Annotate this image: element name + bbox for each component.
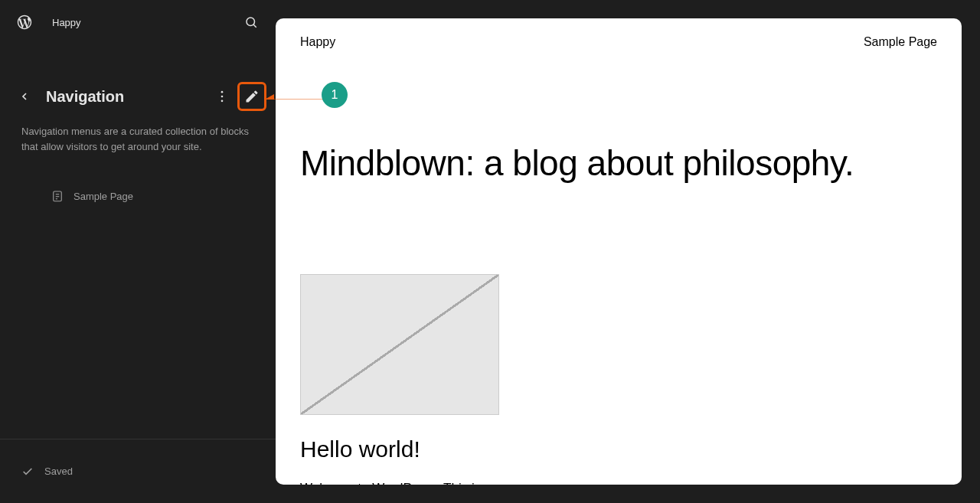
- more-options-button[interactable]: [210, 84, 234, 109]
- svg-point-2: [221, 91, 224, 93]
- navigation-header: Navigation: [0, 80, 276, 113]
- post-title[interactable]: Hello world!: [300, 436, 937, 462]
- back-button[interactable]: [15, 87, 34, 106]
- panel-description: Navigation menus are a curated collectio…: [0, 113, 276, 154]
- page-icon: [51, 189, 64, 203]
- panel-title: Navigation: [46, 88, 210, 106]
- preview-heading: Mindblown: a blog about philosophy.: [300, 142, 937, 184]
- site-preview-area: Happy Sample Page Mindblown: a blog abou…: [276, 0, 980, 503]
- preview-nav-link[interactable]: Sample Page: [864, 35, 937, 49]
- nav-item-label: Sample Page: [74, 191, 133, 202]
- check-icon: [21, 465, 34, 478]
- preview-body: Mindblown: a blog about philosophy. Hell…: [276, 66, 962, 485]
- svg-point-4: [221, 100, 224, 103]
- site-name[interactable]: Happy: [52, 17, 239, 28]
- edit-button[interactable]: [237, 82, 266, 111]
- preview-site-title[interactable]: Happy: [300, 35, 335, 49]
- search-button[interactable]: [239, 10, 263, 34]
- saved-label: Saved: [44, 465, 73, 477]
- top-bar: Happy: [0, 0, 276, 44]
- featured-image-placeholder: [300, 274, 499, 415]
- svg-point-3: [221, 96, 224, 98]
- navigation-items: Sample Page: [0, 181, 276, 211]
- wordpress-logo-icon[interactable]: [12, 10, 37, 34]
- preview-frame[interactable]: Happy Sample Page Mindblown: a blog abou…: [276, 18, 962, 485]
- post-excerpt: Welcome to WordPress. This is: [300, 481, 937, 485]
- nav-item-sample-page[interactable]: Sample Page: [12, 181, 263, 211]
- svg-point-0: [247, 18, 255, 26]
- panel-actions: [210, 82, 266, 111]
- saved-footer: Saved: [0, 439, 276, 503]
- svg-line-1: [253, 24, 256, 28]
- preview-site-header: Happy Sample Page: [276, 18, 962, 66]
- editor-sidebar: Happy Navigation Navigation menus are a …: [0, 0, 276, 503]
